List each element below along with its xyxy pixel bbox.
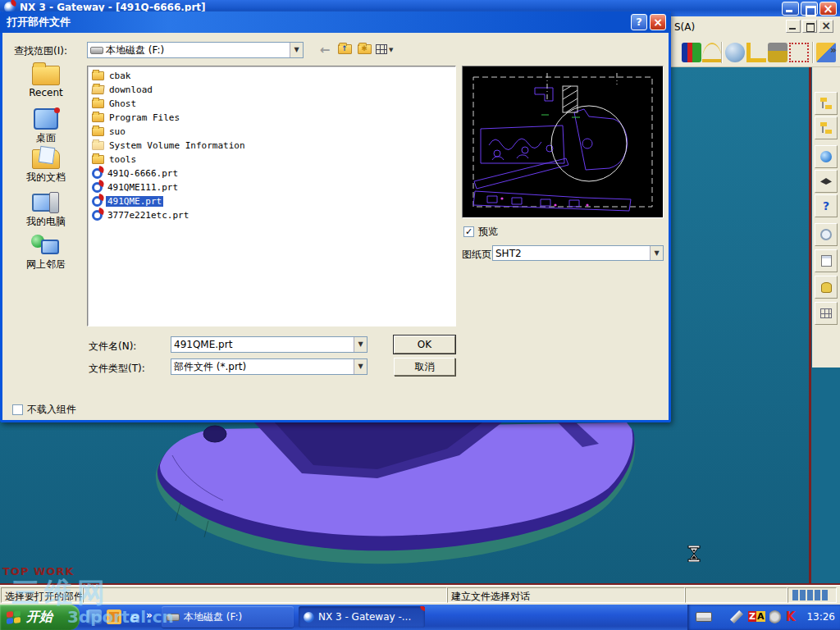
list-item[interactable]: 491QME111.prt xyxy=(89,180,454,194)
list-item[interactable]: cbak xyxy=(89,69,454,83)
help-icon[interactable]: ? xyxy=(815,194,838,217)
new-folder-icon[interactable]: ✱ xyxy=(356,43,372,57)
cancel-button[interactable]: 取消 xyxy=(394,358,455,376)
folder-icon xyxy=(92,113,104,122)
list-item-selected[interactable]: 491QME.prt xyxy=(89,194,454,208)
checkbox-checked-icon[interactable]: ✓ xyxy=(463,226,474,237)
resource-bar: ? xyxy=(812,67,840,368)
folder-icon xyxy=(92,127,104,136)
look-in-label: 查找范围(I): xyxy=(14,44,67,58)
up-folder-icon[interactable]: ↑ xyxy=(336,43,353,57)
taskbar-item-local-disk[interactable]: 本地磁盘 (F:) xyxy=(162,606,294,628)
filename-input[interactable]: 491QME.prt ▼ xyxy=(171,336,368,353)
preview-checkbox[interactable]: ✓ 预览 xyxy=(463,225,498,239)
mdi-close-button[interactable] xyxy=(819,20,833,33)
toolbar-overflow-icon[interactable]: » xyxy=(830,44,837,56)
internet-explorer-icon[interactable]: e xyxy=(126,609,141,624)
taskbar-item-nx[interactable]: NX 3 - Gateway -... xyxy=(299,606,425,628)
sphere-icon[interactable] xyxy=(725,43,745,62)
sheet-label: 图纸页 xyxy=(462,248,491,262)
angle-icon[interactable] xyxy=(746,43,766,62)
list-item[interactable]: download xyxy=(89,83,454,97)
clock: 13:26 xyxy=(806,611,835,623)
dialog-help-button[interactable]: ? xyxy=(631,14,647,30)
list-item[interactable]: Ghost xyxy=(89,97,454,111)
toolbar-separator xyxy=(721,42,723,63)
speaker-icon[interactable] xyxy=(769,610,783,623)
status-middle: 建立文件选择对话 xyxy=(447,587,685,603)
resource-bar-divider xyxy=(809,67,811,585)
bolt-icon[interactable] xyxy=(768,43,788,62)
disk-icon xyxy=(90,47,103,54)
back-icon[interactable]: ← xyxy=(317,43,333,57)
hourglass-cursor xyxy=(687,546,701,562)
list-item[interactable]: Program Files xyxy=(89,111,454,125)
filetype-label: 文件类型(T): xyxy=(89,362,145,376)
sidebar-item-recent[interactable]: Recent xyxy=(11,66,81,98)
notebook-icon[interactable] xyxy=(815,249,838,272)
drive-icon xyxy=(167,614,180,621)
file-list[interactable]: cbak download Ghost Program Files suo Sy… xyxy=(87,66,456,326)
drawing-preview xyxy=(463,66,663,217)
part-3d-model xyxy=(123,422,697,587)
no-components-checkbox[interactable]: 不载入组件 xyxy=(12,403,76,417)
nx-app-icon xyxy=(304,612,314,623)
app-icon[interactable] xyxy=(87,609,102,624)
look-in-dropdown[interactable]: 本地磁盘 (F:) ▼ xyxy=(87,42,304,58)
database-icon[interactable] xyxy=(815,276,838,299)
start-button[interactable]: 开始 xyxy=(0,605,80,630)
arc-icon[interactable] xyxy=(702,43,722,62)
chevron-down-icon[interactable]: ▼ xyxy=(290,43,303,57)
no-components-label: 不载入组件 xyxy=(27,403,76,417)
chevron-down-icon[interactable]: ▼ xyxy=(650,246,663,260)
network-places-icon xyxy=(31,235,61,256)
checkbox-unchecked-icon[interactable] xyxy=(12,404,23,415)
restore-button[interactable] xyxy=(801,2,818,16)
chevron-down-icon[interactable]: ▼ xyxy=(354,337,367,352)
kaspersky-icon[interactable]: K xyxy=(786,610,799,623)
roles-icon[interactable] xyxy=(815,170,838,193)
constraint-navigator-icon[interactable] xyxy=(815,116,838,139)
sheet-dropdown[interactable]: SHT2 ▼ xyxy=(492,245,664,261)
list-item[interactable]: System Volume Information xyxy=(89,139,454,153)
dimension-icon[interactable] xyxy=(789,43,809,62)
screen: NX 3 - Gateway - [491Q-6666.prt] S(A) » xyxy=(0,0,840,630)
status-bar: 选择要打开的部件 建立文件选择对话 xyxy=(0,585,840,605)
status-left: 选择要打开的部件 xyxy=(1,587,83,603)
sidebar-item-my-computer[interactable]: 我的电脑 xyxy=(11,192,81,229)
list-item[interactable]: tools xyxy=(89,153,454,167)
list-item[interactable]: 3777e221etc.prt xyxy=(89,208,454,222)
list-item[interactable]: 491Q-6666.prt xyxy=(89,167,454,180)
ok-button[interactable]: OK xyxy=(394,336,455,354)
windows-logo-icon xyxy=(7,610,21,625)
folder-icon xyxy=(92,99,104,108)
chart-icon[interactable] xyxy=(682,43,701,62)
wrench-icon[interactable] xyxy=(730,610,743,623)
mdi-minimize-button[interactable] xyxy=(786,20,801,33)
mdi-restore-button[interactable] xyxy=(802,20,817,33)
history-icon[interactable] xyxy=(815,223,838,246)
list-item[interactable]: suo xyxy=(89,125,454,139)
keyboard-icon[interactable] xyxy=(696,612,712,622)
work-layer-label: TOP WORK xyxy=(2,565,74,578)
view-menu-icon[interactable]: ▼ xyxy=(376,43,392,57)
sidebar-item-my-documents[interactable]: 我的文档 xyxy=(11,149,81,185)
minimize-button[interactable] xyxy=(782,2,799,16)
clock-app-icon[interactable] xyxy=(107,609,121,624)
close-button[interactable] xyxy=(819,2,837,16)
recent-folder-icon xyxy=(32,66,60,85)
assembly-navigator-icon[interactable] xyxy=(815,92,838,115)
quicklaunch-overflow-icon[interactable]: » xyxy=(146,609,153,621)
menu-item-partial[interactable]: S(A) xyxy=(674,21,695,33)
filetype-dropdown[interactable]: 部件文件 (*.prt) ▼ xyxy=(171,358,368,375)
dialog-title: 打开部件文件 xyxy=(7,16,71,28)
zonealarm-icon[interactable]: ZA xyxy=(748,610,766,623)
web-browser-icon[interactable] xyxy=(815,145,838,168)
chevron-down-icon[interactable]: ▼ xyxy=(354,359,367,374)
part-file-icon xyxy=(92,168,103,179)
grid-icon[interactable] xyxy=(815,302,838,325)
sidebar-item-desktop[interactable]: 桌面 xyxy=(11,108,81,145)
progress-blocks xyxy=(792,590,828,600)
sidebar-item-network-places[interactable]: 网上邻居 xyxy=(11,235,81,272)
dialog-close-button[interactable]: × xyxy=(650,14,666,30)
